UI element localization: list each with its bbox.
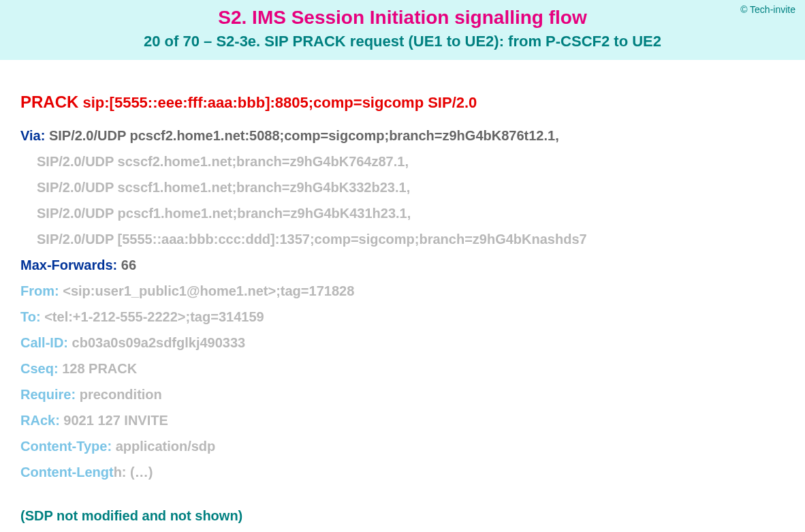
page-subtitle: 20 of 70 – S2-3e. SIP PRACK request (UE1… <box>14 33 791 50</box>
to-label: To: <box>20 309 41 324</box>
content-length-label-tail: h: <box>114 465 127 480</box>
header-call-id: Call-ID: cb03a0s09a2sdfglkj490333 <box>20 330 785 355</box>
sip-request-uri: sip:[5555::eee:fff:aaa:bbb]:8805;comp=si… <box>82 94 477 111</box>
require-label: Require: <box>20 387 76 402</box>
via-value-4: SIP/2.0/UDP [5555::aaa:bbb:ccc:ddd]:1357… <box>20 227 785 251</box>
via-value-1: SIP/2.0/UDP scscf2.home1.net;branch=z9hG… <box>20 149 785 174</box>
content-length-value: (…) <box>130 465 153 480</box>
from-value: <sip:user1_public1@home1.net>;tag=171828 <box>63 283 354 298</box>
via-value-3: SIP/2.0/UDP pcscf1.home1.net;branch=z9hG… <box>20 201 785 225</box>
content-type-value: application/sdp <box>116 439 216 454</box>
via-label: Via: <box>20 128 45 143</box>
require-value: precondition <box>80 387 162 402</box>
header-cseq: Cseq: 128 PRACK <box>20 356 785 381</box>
copyright-label: © Tech-invite <box>740 4 795 15</box>
content-length-label: Content-Lengt <box>20 465 114 480</box>
header-via: Via: SIP/2.0/UDP pcscf2.home1.net:5088;c… <box>20 123 785 148</box>
sip-message-content: PRACK sip:[5555::eee:fff:aaa:bbb]:8805;c… <box>0 60 805 532</box>
call-id-value: cb03a0s09a2sdfglkj490333 <box>72 335 246 350</box>
sip-method: PRACK <box>20 93 78 111</box>
via-value-0: SIP/2.0/UDP pcscf2.home1.net:5088;comp=s… <box>49 128 559 143</box>
from-label: From: <box>20 283 59 298</box>
header-content-length: Content-Length: (…) <box>20 460 785 484</box>
to-value: <tel:+1-212-555-2222>;tag=314159 <box>44 309 264 324</box>
page-title: S2. IMS Session Initiation signalling fl… <box>14 7 791 29</box>
rack-label: RAck: <box>20 413 60 428</box>
content-type-label: Content-Type: <box>20 439 112 454</box>
header-require: Require: precondition <box>20 382 785 407</box>
cseq-label: Cseq: <box>20 361 59 376</box>
via-value-2: SIP/2.0/UDP scscf1.home1.net;branch=z9hG… <box>20 175 785 200</box>
header-from: From: <sip:user1_public1@home1.net>;tag=… <box>20 279 785 303</box>
sip-request-line: PRACK sip:[5555::eee:fff:aaa:bbb]:8805;c… <box>20 87 785 116</box>
header-content-type: Content-Type: application/sdp <box>20 434 785 458</box>
header-rack: RAck: 9021 127 INVITE <box>20 408 785 433</box>
max-forwards-value: 66 <box>121 257 136 272</box>
max-forwards-label: Max-Forwards: <box>20 257 117 272</box>
cseq-value: 128 PRACK <box>62 361 137 376</box>
rack-value: 9021 127 INVITE <box>63 413 168 428</box>
header-max-forwards: Max-Forwards: 66 <box>20 253 785 277</box>
call-id-label: Call-ID: <box>20 335 68 350</box>
sdp-note: (SDP not modified and not shown) <box>20 503 785 528</box>
header-to: To: <tel:+1-212-555-2222>;tag=314159 <box>20 304 785 329</box>
header-banner: © Tech-invite S2. IMS Session Initiation… <box>0 0 805 60</box>
